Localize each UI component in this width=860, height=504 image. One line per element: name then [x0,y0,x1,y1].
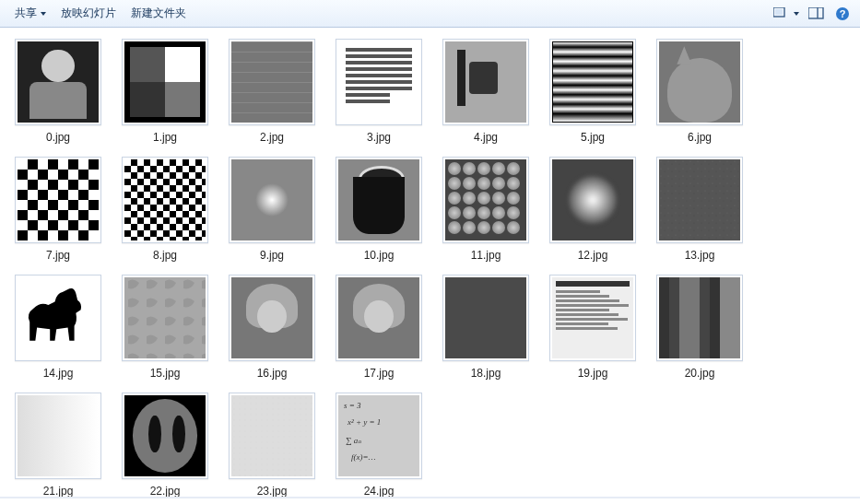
file-item[interactable]: 17.jpg [336,275,422,380]
thumbnail-icon [659,41,740,123]
thumbnail-icon [659,159,740,240]
file-item[interactable]: 19.jpg [549,275,636,380]
file-name-label: 4.jpg [474,131,498,144]
thumbnail-icon [338,277,419,358]
toolbar: 共享 放映幻灯片 新建文件夹 ? [0,0,860,28]
file-item[interactable]: 1.jpg [122,39,208,144]
svg-rect-2 [808,7,823,18]
file-name-label: 6.jpg [688,131,712,144]
file-name-label: 15.jpg [150,367,181,380]
share-label: 共享 [15,6,37,21]
file-item[interactable]: 12.jpg [549,157,636,262]
file-item[interactable]: 22.jpg [122,393,208,498]
file-item[interactable]: 9.jpg [229,157,315,262]
file-name-label: 20.jpg [685,367,715,380]
new-folder-button[interactable]: 新建文件夹 [125,2,192,25]
file-name-label: 24.jpg [364,485,395,498]
preview-pane-button[interactable] [808,6,825,21]
thumbnail-frame: s = 3x² + y = 1∑ aₙf(x)=… [336,393,422,479]
thumbnail-frame [442,275,529,361]
thumbnail-frame [15,39,101,125]
file-item[interactable]: 20.jpg [656,275,743,380]
thumbnail-icon [445,41,526,123]
file-item[interactable]: 14.jpg [15,275,101,380]
file-name-label: 12.jpg [578,249,608,262]
view-mode-button[interactable] [773,6,790,21]
share-menu[interactable]: 共享 [9,2,52,25]
help-button[interactable]: ? [834,6,851,21]
thumbnail-icon [124,159,206,240]
toolbar-left: 共享 放映幻灯片 新建文件夹 [9,2,192,25]
file-item[interactable]: 23.jpg [229,393,315,498]
thumbnail-frame [229,393,315,479]
thumbnail-frame [122,275,208,361]
file-item[interactable]: 8.jpg [122,157,208,262]
file-name-label: 21.jpg [43,485,74,498]
slideshow-label: 放映幻灯片 [61,6,116,21]
thumbnail-frame [549,157,636,243]
file-name-label: 14.jpg [43,367,74,380]
thumbnail-icon [124,277,206,358]
file-name-label: 7.jpg [46,249,70,262]
file-name-label: 22.jpg [150,485,181,498]
thumbnail-frame [122,157,208,243]
thumbnail-icon [231,41,312,123]
chevron-down-icon[interactable] [794,12,799,16]
thumbnail-icon [445,277,526,358]
thumbnail-frame [122,39,208,125]
file-item[interactable]: 6.jpg [656,39,743,144]
thumbnail-icon [445,159,526,240]
footer-divider [0,497,860,498]
thumbnail-icon [231,395,312,476]
file-name-label: 18.jpg [471,367,501,380]
thumbnail-frame [229,275,315,361]
file-item[interactable]: 0.jpg [15,39,101,144]
file-name-label: 8.jpg [153,249,177,262]
file-item[interactable]: 3.jpg [336,39,422,144]
file-item[interactable]: 13.jpg [656,157,743,262]
file-name-label: 2.jpg [260,131,284,144]
file-item[interactable]: 18.jpg [442,275,529,380]
thumbnail-frame [549,39,636,125]
file-name-label: 3.jpg [367,131,391,144]
thumbnail-icon [231,277,312,358]
thumbnail-frame [336,275,422,361]
file-item[interactable]: 4.jpg [442,39,529,144]
file-name-label: 0.jpg [46,131,70,144]
file-item[interactable]: 7.jpg [15,157,101,262]
thumbnail-icon: s = 3x² + y = 1∑ aₙf(x)=… [338,395,419,476]
chevron-down-icon [41,12,46,16]
thumbnail-icon [124,395,206,476]
file-item[interactable]: 2.jpg [229,39,315,144]
file-name-label: 17.jpg [364,367,395,380]
thumbnail-icon [552,159,633,240]
file-item[interactable]: 21.jpg [15,393,101,498]
file-grid: 0.jpg1.jpg2.jpg3.jpg4.jpg5.jpg6.jpg7.jpg… [7,37,853,499]
thumbnail-icon [18,277,99,358]
thumbnail-icon [552,41,633,123]
file-name-label: 13.jpg [685,249,715,262]
content-area: 0.jpg1.jpg2.jpg3.jpg4.jpg5.jpg6.jpg7.jpg… [0,28,860,504]
file-item[interactable]: s = 3x² + y = 1∑ aₙf(x)=…24.jpg [336,393,422,498]
file-item[interactable]: 5.jpg [549,39,636,144]
file-name-label: 11.jpg [471,249,501,262]
file-name-label: 1.jpg [153,131,177,144]
toolbar-right: ? [773,6,851,21]
file-item[interactable]: 10.jpg [336,157,422,262]
thumbnail-icon [552,277,633,358]
thumbnail-frame [229,157,315,243]
file-item[interactable]: 16.jpg [229,275,315,380]
file-name-label: 10.jpg [364,249,395,262]
thumbnail-frame [656,39,743,125]
thumbnail-frame [229,39,315,125]
file-name-label: 16.jpg [257,367,288,380]
thumbnail-icon [18,395,99,476]
file-item[interactable]: 11.jpg [442,157,529,262]
thumbnail-frame [15,393,101,479]
thumbnail-frame [442,39,529,125]
slideshow-button[interactable]: 放映幻灯片 [55,2,122,25]
thumbnail-frame [656,157,743,243]
file-item[interactable]: 15.jpg [122,275,208,380]
thumbnail-icon [124,41,206,123]
thumbnail-frame [15,275,101,361]
